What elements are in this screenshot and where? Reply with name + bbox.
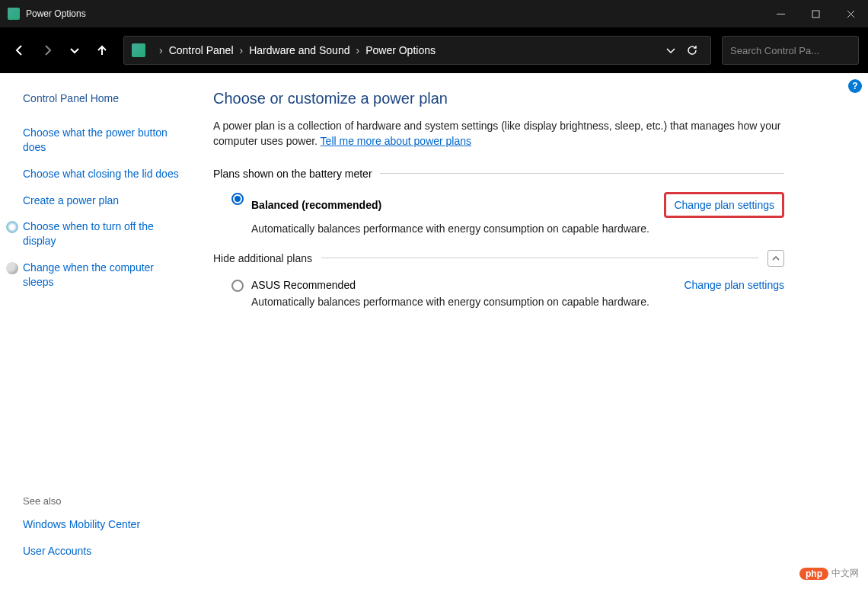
minimize-button[interactable] (763, 0, 798, 27)
address-dropdown-icon[interactable] (660, 40, 681, 61)
watermark-text: 中文网 (831, 567, 859, 580)
sidebar-link-computer-sleeps[interactable]: Change when the computer sleeps (23, 261, 181, 290)
close-button[interactable] (833, 0, 868, 27)
refresh-button[interactable] (681, 40, 703, 61)
change-plan-settings-balanced[interactable]: Change plan settings (664, 192, 784, 218)
change-plan-settings-asus[interactable]: Change plan settings (684, 279, 784, 291)
breadcrumb-root[interactable]: Control Panel (169, 44, 234, 56)
nav-toolbar: › Control Panel › Hardware and Sound › P… (0, 27, 868, 73)
plan-asus: ASUS Recommended Change plan settings Au… (213, 279, 784, 308)
main-panel: Choose or customize a power plan A power… (193, 73, 868, 589)
clock-icon (6, 221, 18, 233)
moon-icon (6, 262, 18, 274)
search-input[interactable] (730, 45, 858, 56)
sidebar-link-create-plan[interactable]: Create a power plan (23, 194, 181, 208)
window-titlebar: Power Options (0, 0, 868, 27)
sidebar-link-mobility-center[interactable]: Windows Mobility Center (23, 517, 181, 532)
chevron-right-icon: › (240, 44, 244, 56)
forward-button[interactable] (37, 40, 58, 61)
plan-balanced-name[interactable]: Balanced (recommended) (251, 199, 381, 211)
chevron-right-icon: › (356, 44, 359, 56)
see-also-label: See also (23, 495, 181, 507)
search-box[interactable] (722, 36, 859, 65)
app-icon (8, 8, 20, 20)
collapse-icon[interactable] (767, 250, 784, 267)
plan-balanced-desc: Automatically balances performance with … (251, 222, 784, 235)
svg-rect-0 (812, 11, 819, 18)
maximize-button[interactable] (798, 0, 833, 27)
sidebar-link-turn-off-display[interactable]: Choose when to turn off the display (23, 219, 181, 248)
plans-section-header: Plans shown on the battery meter (213, 168, 784, 180)
sidebar-link-power-button[interactable]: Choose what the power button does (23, 126, 181, 155)
sidebar-link-user-accounts[interactable]: User Accounts (23, 544, 181, 559)
plan-asus-desc: Automatically balances performance with … (251, 296, 784, 308)
page-heading: Choose or customize a power plan (213, 90, 784, 107)
sidebar-link-closing-lid[interactable]: Choose what closing the lid does (23, 167, 181, 181)
plans-section-label: Plans shown on the battery meter (213, 168, 372, 180)
watermark: php 中文网 (799, 567, 859, 580)
hide-additional-plans-toggle[interactable]: Hide additional plans (213, 250, 784, 267)
radio-balanced[interactable] (231, 193, 244, 205)
plan-balanced: Balanced (recommended) Change plan setti… (213, 192, 784, 235)
up-button[interactable] (91, 40, 113, 61)
help-icon[interactable]: ? (848, 79, 862, 93)
plan-asus-name[interactable]: ASUS Recommended (251, 279, 356, 291)
control-panel-icon (132, 43, 145, 57)
address-bar[interactable]: › Control Panel › Hardware and Sound › P… (123, 36, 711, 65)
divider (321, 258, 758, 258)
description-text: A power plan is a collection of hardware… (213, 120, 781, 147)
watermark-pill: php (799, 568, 828, 580)
chevron-right-icon: › (159, 44, 163, 56)
hide-plans-label: Hide additional plans (213, 252, 312, 264)
divider (380, 173, 784, 174)
control-panel-home-link[interactable]: Control Panel Home (23, 91, 181, 106)
content-area: ? Control Panel Home Choose what the pow… (0, 73, 868, 589)
breadcrumb-mid[interactable]: Hardware and Sound (249, 44, 349, 56)
sidebar: Control Panel Home Choose what the power… (0, 73, 193, 589)
recent-dropdown[interactable] (64, 40, 85, 61)
tell-me-more-link[interactable]: Tell me more about power plans (321, 135, 471, 147)
back-button[interactable] (9, 40, 30, 61)
breadcrumb-leaf[interactable]: Power Options (365, 44, 436, 56)
window-title: Power Options (26, 8, 763, 19)
radio-asus[interactable] (231, 280, 244, 292)
page-description: A power plan is a collection of hardware… (213, 118, 784, 149)
